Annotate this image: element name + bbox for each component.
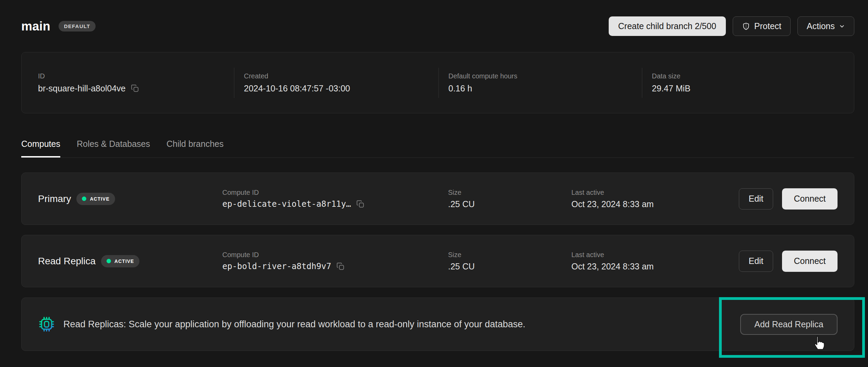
chip-icon (38, 316, 55, 333)
default-badge: DEFAULT (59, 21, 96, 31)
edit-button[interactable]: Edit (739, 251, 773, 272)
connect-button[interactable]: Connect (782, 188, 838, 210)
default-compute-hours-label: Default compute hours (448, 72, 642, 80)
tab-roles-databases[interactable]: Roles & Databases (77, 139, 150, 157)
status-text: ACTIVE (114, 258, 134, 264)
copy-icon[interactable] (131, 84, 139, 93)
status-badge: ACTIVE (101, 255, 139, 267)
branch-tabs: Computes Roles & Databases Child branche… (21, 139, 854, 158)
size-value: .25 CU (448, 199, 571, 209)
connect-button[interactable]: Connect (782, 251, 838, 272)
last-active-label: Last active (571, 251, 739, 259)
last-active-value: Oct 23, 2024 8:33 am (571, 262, 739, 271)
created-value: 2024-10-16 08:47:57 -03:00 (244, 84, 438, 93)
data-size-label: Data size (652, 72, 854, 80)
compute-row-primary: Primary ACTIVE Compute ID ep-delicate-vi… (21, 173, 854, 225)
created-field: Created 2024-10-16 08:47:57 -03:00 (234, 52, 438, 113)
chevron-down-icon (839, 23, 845, 29)
data-size-field: Data size 29.47 MiB (642, 52, 854, 113)
copy-icon[interactable] (336, 262, 345, 271)
branch-info-card: ID br-square-hill-a8ol04ve Created 2024-… (21, 52, 854, 113)
compute-id-label: Compute ID (222, 189, 448, 197)
actions-button-label: Actions (807, 21, 835, 31)
compute-name: Read Replica (38, 256, 96, 267)
status-text: ACTIVE (90, 196, 109, 202)
shield-icon (742, 22, 750, 31)
create-child-branch-button[interactable]: Create child branch 2/500 (609, 16, 726, 36)
compute-id-label: Compute ID (222, 251, 448, 259)
default-compute-hours-field: Default compute hours 0.16 h (439, 52, 642, 113)
header-actions: Create child branch 2/500 Protect Action… (609, 16, 854, 36)
page-title: main (21, 19, 50, 34)
protect-button-label: Protect (754, 21, 781, 31)
branch-page: main DEFAULT Create child branch 2/500 P… (0, 16, 868, 351)
protect-button[interactable]: Protect (733, 16, 791, 36)
read-replica-description: Read Replicas: Scale your application by… (63, 319, 525, 330)
status-dot-icon (82, 197, 86, 201)
edit-button[interactable]: Edit (739, 188, 773, 210)
size-label: Size (448, 251, 571, 259)
title-group: main DEFAULT (21, 19, 96, 34)
branch-id-label: ID (38, 72, 234, 80)
tab-child-branches[interactable]: Child branches (166, 139, 224, 157)
compute-id-value: ep-bold-river-a8tdh9v7 (222, 262, 331, 271)
branch-id-field: ID br-square-hill-a8ol04ve (22, 52, 234, 113)
tab-computes[interactable]: Computes (21, 139, 60, 157)
last-active-value: Oct 23, 2024 8:33 am (571, 199, 739, 209)
last-active-label: Last active (571, 189, 739, 197)
created-label: Created (244, 72, 438, 80)
add-read-replica-button[interactable]: Add Read Replica (740, 314, 838, 335)
status-dot-icon (107, 259, 111, 263)
data-size-value: 29.47 MiB (652, 84, 854, 93)
compute-id-value: ep-delicate-violet-a8r11y… (222, 199, 351, 209)
compute-name: Primary (38, 193, 71, 204)
read-replica-banner: Read Replicas: Scale your application by… (21, 298, 854, 351)
size-value: .25 CU (448, 262, 571, 271)
branch-id-value: br-square-hill-a8ol04ve (38, 84, 126, 93)
default-compute-hours-value: 0.16 h (448, 84, 642, 93)
page-header: main DEFAULT Create child branch 2/500 P… (21, 16, 854, 36)
compute-row-read-replica: Read Replica ACTIVE Compute ID ep-bold-r… (21, 235, 854, 287)
copy-icon[interactable] (356, 200, 365, 208)
size-label: Size (448, 189, 571, 197)
status-badge: ACTIVE (76, 193, 115, 205)
actions-button[interactable]: Actions (797, 16, 854, 36)
